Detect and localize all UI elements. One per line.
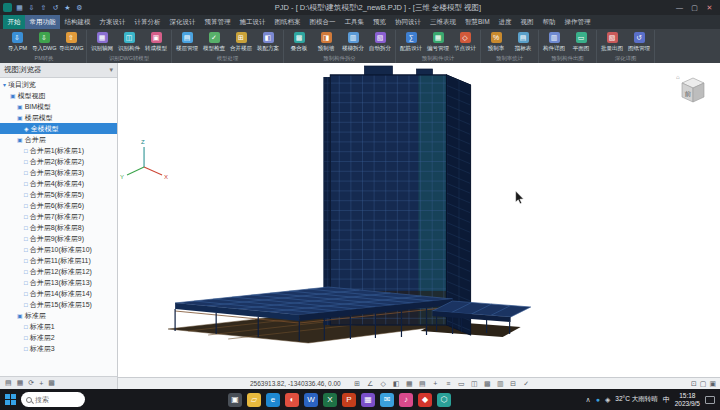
- taskbar-app-icon[interactable]: ♪: [399, 393, 413, 407]
- status-toggle-icon[interactable]: ≡: [442, 379, 455, 389]
- view-cube[interactable]: ⌂ 前: [674, 71, 708, 107]
- ribbon-tab[interactable]: 图模合一: [305, 15, 340, 29]
- status-right-icon[interactable]: ▢: [700, 380, 707, 388]
- tree-item[interactable]: ▣ 模型视图: [0, 90, 117, 101]
- status-toggle-icon[interactable]: ▦: [403, 379, 416, 389]
- ribbon-tab[interactable]: 三维表现: [426, 15, 461, 29]
- ribbon-tab[interactable]: 进度: [494, 15, 516, 29]
- status-toggle-icon[interactable]: ◫: [468, 379, 481, 389]
- ribbon-button[interactable]: ▣ 转成模型: [143, 30, 169, 53]
- tree-item[interactable]: □ 合并层6(标准层6): [0, 200, 117, 211]
- panel-footer-icon[interactable]: ⟳: [28, 379, 34, 387]
- status-right-icon[interactable]: ▣: [709, 380, 716, 388]
- tree-item[interactable]: □ 标准层1: [0, 321, 117, 332]
- tree-item[interactable]: ▾ 项目浏览: [0, 79, 117, 90]
- ribbon-button[interactable]: ▧ 批量出图: [599, 30, 625, 53]
- ribbon-button[interactable]: ◨ 预制墙: [313, 30, 339, 53]
- ribbon-button[interactable]: ✓ 模型检查: [201, 30, 227, 53]
- taskbar-app-icon[interactable]: e: [266, 393, 280, 407]
- ribbon-tab[interactable]: 施工设计: [235, 15, 270, 29]
- ribbon-tab[interactable]: 开始: [3, 15, 25, 29]
- tree-item[interactable]: □ 合并层12(标准层12): [0, 266, 117, 277]
- taskbar-app-icon[interactable]: ◐: [285, 393, 299, 407]
- tree-item[interactable]: □ 合并层10(标准层10): [0, 244, 117, 255]
- ribbon-tab[interactable]: 视图: [516, 15, 538, 29]
- taskbar-app-icon[interactable]: ✉: [380, 393, 394, 407]
- status-toggle-icon[interactable]: ▤: [416, 379, 429, 389]
- ribbon-button[interactable]: ▧ 自动拆分: [367, 30, 393, 53]
- start-button[interactable]: [5, 394, 16, 405]
- ribbon-tab[interactable]: 预算管理: [200, 15, 235, 29]
- ribbon-button[interactable]: ▥ 构件详图: [541, 30, 567, 53]
- tray-chevron-icon[interactable]: ∧: [586, 396, 591, 404]
- ribbon-tab[interactable]: 工具集: [340, 15, 369, 29]
- tree-item[interactable]: ▣ 楼层模型: [0, 112, 117, 123]
- tree-item[interactable]: □ 合并层13(标准层13): [0, 277, 117, 288]
- ribbon-button[interactable]: ▩ 叠合板: [286, 30, 312, 53]
- ribbon-tab[interactable]: 操作管理: [560, 15, 595, 29]
- tree-item[interactable]: □ 合并层4(标准层4): [0, 178, 117, 189]
- taskbar-app-icon[interactable]: P: [342, 393, 356, 407]
- tree-item[interactable]: □ 合并层15(标准层15): [0, 299, 117, 310]
- tree-item[interactable]: □ 合并层9(标准层9): [0, 233, 117, 244]
- notification-center-icon[interactable]: [705, 396, 715, 404]
- tree-item[interactable]: □ 合并层8(标准层8): [0, 222, 117, 233]
- tree-item[interactable]: □ 合并层2(标准层2): [0, 156, 117, 167]
- taskbar-app-icon[interactable]: ⬡: [437, 393, 451, 407]
- quick-access-icon[interactable]: ⇧: [39, 4, 48, 12]
- quick-access-icon[interactable]: ⇩: [27, 4, 36, 12]
- panel-footer-icon[interactable]: ▩: [48, 379, 55, 387]
- tray-clock[interactable]: 15:18 2023/9/5: [675, 392, 700, 408]
- ribbon-tab[interactable]: 结构建模: [60, 15, 95, 29]
- status-right-icon[interactable]: ⊡: [691, 380, 697, 388]
- tree-item[interactable]: □ 合并层5(标准层5): [0, 189, 117, 200]
- ribbon-button[interactable]: ⊞ 合并楼层: [228, 30, 254, 53]
- panel-footer-icon[interactable]: ▦: [17, 379, 24, 387]
- tree-item[interactable]: ▣ 合并层: [0, 134, 117, 145]
- 3d-viewport[interactable]: Z X Y ⌂ 前: [118, 63, 720, 377]
- tree-item[interactable]: □ 合并层11(标准层11): [0, 255, 117, 266]
- taskbar-app-icon[interactable]: W: [304, 393, 318, 407]
- ribbon-tab[interactable]: 方案设计: [95, 15, 130, 29]
- status-toggle-icon[interactable]: ⊞: [351, 379, 364, 389]
- panel-collapse-icon[interactable]: ▾: [109, 66, 113, 74]
- tree-item[interactable]: ▣ 标准层: [0, 310, 117, 321]
- quick-access-icon[interactable]: ⚙: [75, 4, 84, 12]
- ribbon-tab[interactable]: 计算分析: [130, 15, 165, 29]
- tree-item[interactable]: □ 标准层2: [0, 332, 117, 343]
- ribbon-button[interactable]: ◇ 节点设计: [452, 30, 478, 53]
- status-toggle-icon[interactable]: ◧: [390, 379, 403, 389]
- taskbar-app-icon[interactable]: X: [323, 393, 337, 407]
- ribbon-button[interactable]: ⇩ 导入PM: [4, 30, 30, 53]
- ribbon-button[interactable]: ◧ 装配方案: [255, 30, 281, 53]
- ribbon-button[interactable]: ↺ 图纸管理: [626, 30, 652, 53]
- taskbar-app-icon[interactable]: ▣: [228, 393, 242, 407]
- status-toggle-icon[interactable]: +: [429, 379, 442, 389]
- window-control-button[interactable]: ▢: [687, 2, 702, 14]
- ribbon-button[interactable]: ▦ 编号管理: [425, 30, 451, 53]
- ribbon-button[interactable]: ⇩ 导入DWG: [31, 30, 57, 53]
- quick-access-icon[interactable]: ★: [63, 4, 72, 12]
- ribbon-button[interactable]: ▥ 楼梯拆分: [340, 30, 366, 53]
- taskbar-app-icon[interactable]: ◆: [418, 393, 432, 407]
- tree-item[interactable]: □ 合并层1(标准层1): [0, 145, 117, 156]
- status-toggle-icon[interactable]: ✓: [520, 379, 533, 389]
- tray-network-icon[interactable]: ●: [596, 396, 600, 403]
- ribbon-button[interactable]: ∑ 配筋设计: [398, 30, 424, 53]
- status-toggle-icon[interactable]: ▩: [481, 379, 494, 389]
- ribbon-button[interactable]: ▦ 识别轴网: [89, 30, 115, 53]
- quick-access-icon[interactable]: ▦: [15, 4, 24, 12]
- tray-language-indicator[interactable]: 中: [663, 395, 670, 405]
- status-toggle-icon[interactable]: ⊟: [507, 379, 520, 389]
- home-icon[interactable]: ⌂: [676, 74, 680, 80]
- ribbon-tab[interactable]: 深化设计: [165, 15, 200, 29]
- quick-access-icon[interactable]: ↺: [51, 4, 60, 12]
- ribbon-button[interactable]: ◫ 识别构件: [116, 30, 142, 53]
- tree-item[interactable]: ▣ BIM模型: [0, 101, 117, 112]
- taskbar-search[interactable]: 搜索: [21, 392, 85, 407]
- status-toggle-icon[interactable]: ∠: [364, 379, 377, 389]
- ribbon-tab[interactable]: 图纸档案: [270, 15, 305, 29]
- window-control-button[interactable]: —: [672, 2, 687, 14]
- ribbon-tab[interactable]: 智慧BIM: [461, 15, 495, 29]
- ribbon-button[interactable]: ⇧ 导出DWG: [58, 30, 84, 53]
